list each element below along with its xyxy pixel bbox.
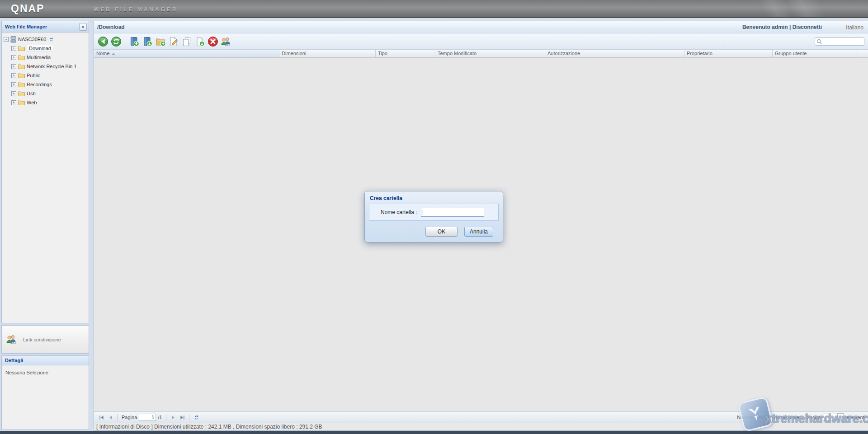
tree-item-label[interactable]: Recordings — [27, 82, 52, 87]
refresh-icon — [111, 36, 122, 47]
upload-button[interactable] — [127, 35, 141, 48]
paging-right-section: Nessun dato da visualizzare Mostra eleme… — [737, 413, 865, 421]
folder-name-input[interactable] — [421, 208, 484, 217]
tree-root-label[interactable]: NASC30E60 — [18, 37, 46, 42]
paging-refresh-icon — [193, 414, 200, 421]
column-header-tipo[interactable]: Tipo — [376, 50, 435, 57]
expand-node-icon[interactable]: + — [11, 91, 16, 96]
column-header-gruppo-utente[interactable]: Gruppo utente — [773, 50, 857, 57]
expand-node-icon[interactable]: + — [11, 82, 16, 87]
tree-refresh-icon[interactable] — [48, 37, 54, 42]
combo-trigger-button[interactable] — [837, 413, 844, 421]
column-header-nome[interactable]: Nome — [94, 50, 279, 57]
search-icon — [816, 39, 822, 44]
move-icon — [194, 36, 205, 47]
search-box[interactable] — [815, 37, 864, 46]
create-folder-icon — [155, 36, 166, 47]
download-icon — [142, 36, 153, 47]
upload-icon — [129, 36, 140, 47]
copy-button[interactable] — [180, 35, 193, 48]
rename-icon — [168, 36, 179, 47]
page-total: /1 — [158, 415, 162, 420]
current-path: /Download — [94, 24, 125, 30]
tree-item-usb[interactable]: + Usb — [2, 89, 89, 98]
delete-icon — [208, 36, 218, 47]
expand-node-icon[interactable]: + — [11, 73, 16, 78]
nas-server-icon — [10, 36, 16, 43]
tree-item-web[interactable]: + Web — [2, 98, 89, 107]
tree-item-download[interactable]: + Download — [2, 44, 89, 53]
logout-link[interactable]: Disconnetti — [793, 24, 822, 30]
folder-icon — [18, 64, 25, 69]
empty-grid-message: Nessun dato da visualizzare — [737, 415, 799, 420]
tree-item-public[interactable]: + Public — [2, 71, 89, 80]
first-page-button[interactable] — [97, 413, 106, 422]
app-header: QNAP WEB FILE MANAGER — [0, 0, 868, 18]
refresh-button[interactable] — [109, 35, 123, 48]
folder-icon — [18, 100, 25, 105]
expand-node-icon[interactable]: + — [11, 64, 16, 69]
column-header-autorizzazione[interactable]: Autorizzazione — [545, 50, 684, 57]
next-page-icon — [170, 415, 176, 420]
bottom-edge-strip — [0, 431, 868, 434]
delete-button[interactable] — [206, 35, 219, 48]
tree-item-label[interactable]: Web — [27, 100, 37, 105]
expand-node-icon[interactable]: + — [11, 46, 16, 51]
tree-item-recordings[interactable]: + Recordings — [2, 80, 89, 89]
grid-header: Nome Dimensioni Tipo Tempo Modificato Au… — [94, 50, 868, 58]
sidebar-title-bar: Web File Manager « — [2, 21, 89, 33]
share-link-label[interactable]: Link condivisione — [23, 337, 61, 342]
column-header-proprietario[interactable]: Proprietario — [684, 50, 773, 57]
previous-page-button[interactable] — [106, 413, 115, 422]
tree-item-multimedia[interactable]: + Multimedia — [2, 53, 89, 62]
tree-item-label[interactable]: Usb — [27, 91, 36, 96]
sidebar-collapse-button[interactable]: « — [79, 23, 87, 31]
tree-item-label[interactable]: Multimedia — [27, 55, 51, 60]
folder-tree: - NASC30E60 + Download + — [2, 33, 89, 323]
download-button[interactable] — [141, 35, 154, 48]
move-button[interactable] — [193, 35, 206, 48]
collapse-node-icon[interactable]: - — [4, 37, 9, 42]
expand-node-icon[interactable]: + — [11, 100, 16, 105]
share-button[interactable] — [219, 35, 232, 48]
search-input[interactable] — [822, 38, 862, 45]
share-link-panel[interactable]: Link condivisione — [1, 325, 89, 354]
expand-node-icon[interactable]: + — [11, 55, 16, 60]
dialog-title[interactable]: Crea cartella — [365, 191, 503, 204]
tree-item-network-recycle-bin[interactable]: + Network Recycle Bin 1 — [2, 62, 89, 71]
page-label: Pagina — [122, 415, 137, 420]
create-folder-button[interactable] — [154, 35, 167, 48]
tree-item-root[interactable]: - NASC30E60 — [2, 35, 89, 44]
folder-icon — [18, 55, 25, 60]
cancel-button[interactable]: Annulla — [464, 227, 493, 237]
ok-button[interactable]: OK — [425, 227, 458, 237]
welcome-text: Benvenuto admin — [742, 24, 788, 30]
app-title: WEB FILE MANAGER — [94, 6, 178, 13]
page-size-input[interactable] — [823, 414, 837, 421]
last-page-button[interactable] — [178, 413, 187, 422]
paging-separator — [166, 414, 166, 421]
toolbar-separator — [125, 36, 125, 47]
last-page-icon — [179, 415, 185, 420]
column-header-tempo-modificato[interactable]: Tempo Modificato — [435, 50, 545, 57]
session-info: Benvenuto admin | Disconnetti — [742, 21, 822, 33]
toolbar — [94, 33, 868, 50]
paging-separator — [189, 414, 189, 421]
language-selector[interactable]: Italiano — [846, 22, 863, 33]
rename-button[interactable] — [167, 35, 180, 48]
items-label: elementi — [846, 415, 865, 420]
column-header-dimensioni[interactable]: Dimensioni — [279, 50, 376, 57]
page-size-combo[interactable] — [823, 413, 844, 421]
sidebar: Web File Manager « - NASC30E60 + — [1, 21, 89, 430]
paging-refresh-button[interactable] — [192, 413, 201, 422]
tree-item-label[interactable]: Download — [27, 45, 53, 52]
back-button[interactable] — [96, 35, 109, 48]
first-page-icon — [99, 415, 104, 420]
next-page-button[interactable] — [169, 413, 178, 422]
tree-item-label[interactable]: Public — [27, 73, 40, 78]
sort-ascending-icon — [112, 53, 115, 55]
column-header-spacer — [857, 50, 868, 57]
previous-page-icon — [108, 415, 113, 420]
tree-item-label[interactable]: Network Recycle Bin 1 — [27, 64, 77, 69]
page-number-input[interactable] — [139, 414, 156, 421]
